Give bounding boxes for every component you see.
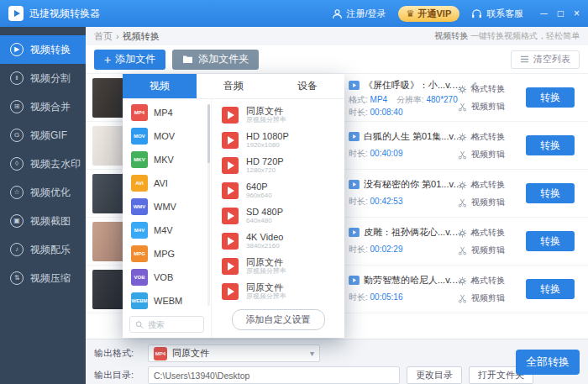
format-convert-option[interactable]: 格式转换 (458, 227, 505, 239)
file-type-icon: MPG (131, 245, 148, 262)
video-clip-option[interactable]: 视频剪辑 (458, 292, 505, 304)
toolbar: + 添加文件 添加文件夹 清空列表 (86, 45, 588, 74)
resolution-option[interactable]: SD 480P640x480 (212, 203, 344, 229)
video-file-icon (349, 81, 360, 90)
format-option-mp4[interactable]: MP4 MP4 (123, 101, 211, 124)
resolution-option[interactable]: 640P960x640 (212, 178, 344, 203)
video-clip-option[interactable]: 视频剪辑 (458, 149, 505, 160)
tab-device[interactable]: 设备 (270, 74, 344, 98)
file-type-icon: WEBM (131, 292, 148, 309)
login-link[interactable]: 注册/登录 (332, 8, 386, 20)
format-convert-option[interactable]: 格式转换 (458, 275, 505, 287)
format-option-vob[interactable]: VOB VOB (123, 266, 211, 289)
breadcrumb-home[interactable]: 首页 (94, 30, 113, 43)
add-file-button[interactable]: + 添加文件 (94, 50, 165, 70)
gear-icon (458, 181, 467, 190)
folder-icon (182, 55, 193, 64)
convert-button[interactable]: 转换 (526, 135, 575, 155)
resolution-option[interactable]: 同原文件原视频分辨率 (212, 279, 344, 304)
sidebar-item-label: 视频转换 (30, 43, 71, 57)
resolution-option[interactable]: HD 1080P1920x1080 (212, 128, 344, 153)
format-convert-option[interactable]: 格式转换 (458, 131, 505, 143)
app-logo-icon (8, 6, 24, 21)
convert-button[interactable]: 转换 (526, 231, 575, 251)
clear-list-button[interactable]: 清空列表 (511, 50, 580, 69)
format-option-mpg[interactable]: MPG MPG (123, 242, 211, 266)
video-clip-option[interactable]: 视频剪辑 (458, 101, 505, 113)
convert-button[interactable]: 转换 (526, 87, 575, 108)
search-icon (135, 320, 144, 329)
breadcrumb-current: 视频转换 (123, 30, 160, 43)
video-play-icon (222, 182, 239, 199)
format-option-wmv[interactable]: WMV WMV (123, 195, 211, 218)
video-file-icon (349, 228, 360, 237)
format-option-webm[interactable]: WEBM WEBM (123, 289, 211, 313)
sidebar-item-compress[interactable]: ⇅ 视频压缩 (0, 264, 86, 292)
sidebar-item-gif[interactable]: G 视频GIF (0, 121, 86, 150)
resolution-option[interactable]: 4K Video3840x2160 (212, 229, 344, 254)
maximize-button[interactable]: □ (558, 8, 564, 18)
convert-icon: ▶ (10, 43, 24, 56)
format-option-mkv[interactable]: MKV MKV (123, 148, 211, 171)
close-button[interactable]: × (574, 8, 580, 18)
file-type-icon: MKV (131, 151, 148, 168)
output-dir-input[interactable] (148, 366, 400, 384)
popup-tabs: 视频 音频 设备 (123, 74, 344, 99)
file-duration: 时长: 00:40:09 (349, 148, 403, 160)
sidebar-item-label: 视频去水印 (30, 157, 81, 171)
format-option-mov[interactable]: MOV MOV (123, 124, 211, 148)
sidebar-item-optimize[interactable]: ☆ 视频优化 (0, 178, 86, 207)
vip-button[interactable]: ♛ 开通VIP (398, 6, 460, 22)
tab-video[interactable]: 视频 (123, 74, 197, 98)
convert-all-button[interactable]: 全部转换 (516, 350, 580, 375)
music-icon: ♪ (10, 243, 24, 256)
file-duration: 时长: 00:42:53 (349, 196, 403, 208)
sidebar-item-music[interactable]: ♪ 视频配乐 (0, 235, 86, 264)
sidebar-item-merge[interactable]: ⊞ 视频合并 (0, 92, 86, 121)
sidebar-item-split[interactable]: ‖ 视频分割 (0, 64, 86, 92)
format-option-m4v[interactable]: M4V M4V (123, 218, 211, 242)
vip-label: 开通VIP (417, 8, 451, 20)
file-name: 《屏住呼吸》：小...v.mp4 (364, 79, 465, 92)
video-play-icon (222, 258, 239, 275)
format-option-avi[interactable]: AVI AVI (123, 171, 211, 195)
change-dir-button[interactable]: 更改目录 (407, 366, 462, 384)
file-name: 没有秘密的你 第01...v.mp4 (364, 178, 465, 191)
add-folder-button[interactable]: 添加文件夹 (172, 50, 259, 70)
convert-button[interactable]: 转换 (526, 183, 575, 203)
format-search-input[interactable] (148, 320, 198, 329)
gear-icon (458, 133, 467, 142)
user-icon (332, 8, 343, 19)
minimize-button[interactable]: ─ (540, 8, 548, 18)
optimize-icon: ☆ (10, 186, 24, 199)
scissors-icon (458, 246, 467, 255)
list-icon (520, 55, 529, 64)
file-format-info: 格式: MP4 分辨率: 480*270 (349, 94, 458, 106)
sidebar-item-screenshot[interactable]: ▣ 视频截图 (0, 207, 86, 235)
scissors-icon (458, 103, 467, 112)
video-clip-option[interactable]: 视频剪辑 (458, 197, 505, 208)
format-convert-option[interactable]: 格式转换 (458, 83, 505, 95)
resolution-option[interactable]: 同原文件原视频分辨率 (212, 103, 344, 128)
format-select-popup: 视频 音频 设备 MP4 MP4 MOV MOV MKV MKV AVI AVI… (123, 74, 344, 338)
output-format-select[interactable]: MP4 同原文件 ▾ (148, 345, 320, 362)
resolution-option[interactable]: HD 720P1280x720 (212, 153, 344, 178)
video-file-icon (349, 132, 360, 141)
sidebar-item-watermark[interactable]: ◊ 视频去水印 (0, 150, 86, 178)
output-format-label: 输出格式: (94, 347, 141, 360)
scrollbar[interactable] (207, 104, 210, 306)
sidebar-item-convert[interactable]: ▶ 视频转换 (0, 35, 86, 64)
resolution-option[interactable]: 同原文件原视频分辨率 (212, 254, 344, 279)
scissors-icon (458, 198, 467, 208)
tab-audio[interactable]: 音频 (197, 74, 270, 98)
merge-icon: ⊞ (10, 100, 24, 113)
file-duration: 时长: 00:05:16 (349, 292, 403, 303)
add-custom-setting-button[interactable]: 添加自定义设置 (232, 309, 325, 330)
format-convert-option[interactable]: 格式转换 (458, 179, 505, 191)
video-play-icon (222, 283, 239, 300)
video-clip-option[interactable]: 视频剪辑 (458, 245, 505, 256)
split-icon: ‖ (10, 71, 24, 85)
convert-button[interactable]: 转换 (526, 279, 575, 299)
support-link[interactable]: 联系客服 (471, 8, 523, 20)
sidebar-item-label: 视频分割 (30, 71, 71, 86)
